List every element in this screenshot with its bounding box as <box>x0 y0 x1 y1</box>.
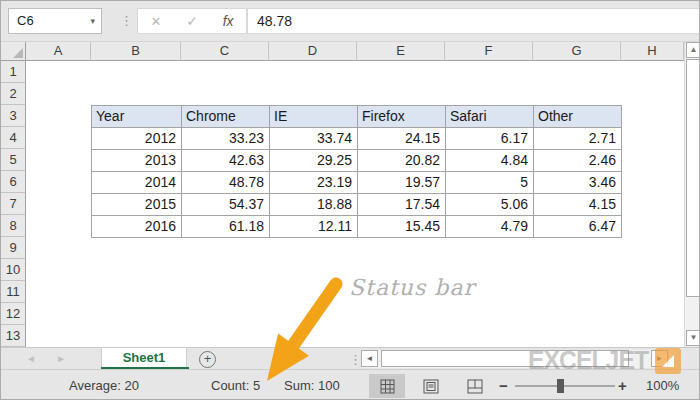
cell-D7[interactable]: 18.88 <box>270 194 358 216</box>
formula-input[interactable]: 48.78 <box>247 8 700 34</box>
cell-F3-header-safari[interactable]: Safari <box>446 106 534 128</box>
cell-D8[interactable]: 12.11 <box>270 216 358 238</box>
annotation-status-bar-label: Status bar <box>349 275 475 300</box>
exceljet-logo-icon <box>655 348 681 374</box>
status-sum: Sum: 100 <box>284 370 340 400</box>
cell-C6[interactable]: 48.78 <box>182 172 270 194</box>
cell-C5[interactable]: 42.63 <box>182 150 270 172</box>
row-header-6[interactable]: 6 <box>1 171 26 193</box>
data-table: YearChromeIEFirefoxSafariOther201233.233… <box>91 105 622 238</box>
column-header-A[interactable]: A <box>26 42 91 61</box>
column-header-F[interactable]: F <box>445 42 533 61</box>
vertical-scrollbar[interactable]: ▲ ▼ <box>684 42 700 347</box>
row-header-1[interactable]: 1 <box>1 61 26 83</box>
column-header-B[interactable]: B <box>91 42 181 61</box>
zoom-out-icon[interactable]: − <box>499 370 508 400</box>
cell-B3-header-year[interactable]: Year <box>92 106 182 128</box>
select-all-triangle-icon <box>13 48 23 58</box>
cell-B6[interactable]: 2014 <box>92 172 182 194</box>
name-box-value: C6 <box>17 13 34 28</box>
cell-F7[interactable]: 5.06 <box>446 194 534 216</box>
cell-F8[interactable]: 4.79 <box>446 216 534 238</box>
cell-G7[interactable]: 4.15 <box>534 194 622 216</box>
cell-G4[interactable]: 2.71 <box>534 128 622 150</box>
cell-F5[interactable]: 4.84 <box>446 150 534 172</box>
tab-sheet1[interactable]: Sheet1 <box>101 348 187 370</box>
cell-B8[interactable]: 2016 <box>92 216 182 238</box>
zoom-slider-track[interactable] <box>515 385 615 387</box>
column-header-E[interactable]: E <box>357 42 445 61</box>
row-header-10[interactable]: 10 <box>1 259 26 281</box>
exceljet-watermark-text: EXCELJET <box>528 345 648 376</box>
vertical-scrollbar-thumb[interactable] <box>686 59 700 297</box>
row-header-3[interactable]: 3 <box>1 105 26 127</box>
cell-D6[interactable]: 23.19 <box>270 172 358 194</box>
add-sheet-button[interactable]: + <box>199 351 216 368</box>
cell-G3-header-other[interactable]: Other <box>534 106 622 128</box>
column-header-D[interactable]: D <box>269 42 357 61</box>
cell-E6[interactable]: 19.57 <box>358 172 446 194</box>
insert-function-icon[interactable]: fx <box>223 13 234 29</box>
row-header-13[interactable]: 13 <box>1 325 26 347</box>
cell-G5[interactable]: 2.46 <box>534 150 622 172</box>
row-headers: 12345678910111213 <box>1 61 26 347</box>
status-average: Average: 20 <box>69 370 139 400</box>
column-header-H[interactable]: H <box>621 42 684 61</box>
name-box-dropdown-icon[interactable]: ▾ <box>90 9 95 33</box>
cell-G8[interactable]: 6.47 <box>534 216 622 238</box>
tab-sheet1-label: Sheet1 <box>123 350 166 365</box>
row-header-9[interactable]: 9 <box>1 237 26 259</box>
cell-B4[interactable]: 2012 <box>92 128 182 150</box>
cell-E7[interactable]: 17.54 <box>358 194 446 216</box>
view-page-layout-button[interactable] <box>415 374 447 398</box>
row-header-7[interactable]: 7 <box>1 193 26 215</box>
exceljet-watermark: EXCELJET <box>528 345 681 376</box>
cell-F4[interactable]: 6.17 <box>446 128 534 150</box>
enter-icon[interactable]: ✓ <box>186 13 198 29</box>
cell-G6[interactable]: 3.46 <box>534 172 622 194</box>
formula-bar-buttons: ✕ ✓ fx <box>137 8 247 34</box>
cell-E8[interactable]: 15.45 <box>358 216 446 238</box>
row-header-11[interactable]: 11 <box>1 281 26 303</box>
cell-D4[interactable]: 33.74 <box>270 128 358 150</box>
cell-D5[interactable]: 29.25 <box>270 150 358 172</box>
cell-D3-header-ie[interactable]: IE <box>270 106 358 128</box>
scroll-up-icon[interactable]: ▲ <box>686 42 700 58</box>
cell-B5[interactable]: 2013 <box>92 150 182 172</box>
cell-F6[interactable]: 5 <box>446 172 534 194</box>
name-box[interactable]: C6 ▾ <box>8 8 102 34</box>
formula-bar-row: C6 ▾ ⋮ ✕ ✓ fx 48.78 <box>1 1 700 42</box>
page-layout-icon <box>423 379 439 394</box>
select-all-button[interactable] <box>1 42 26 61</box>
row-header-4[interactable]: 4 <box>1 127 26 149</box>
row-header-8[interactable]: 8 <box>1 215 26 237</box>
row-header-12[interactable]: 12 <box>1 303 26 325</box>
cell-C3-header-chrome[interactable]: Chrome <box>182 106 270 128</box>
tab-nav-left-icon[interactable]: ◄ <box>26 353 36 364</box>
cell-E3-header-firefox[interactable]: Firefox <box>358 106 446 128</box>
cancel-icon[interactable]: ✕ <box>150 14 161 29</box>
cell-B7[interactable]: 2015 <box>92 194 182 216</box>
cell-E4[interactable]: 24.15 <box>358 128 446 150</box>
scroll-down-icon[interactable]: ▼ <box>686 330 700 346</box>
cell-C4[interactable]: 33.23 <box>182 128 270 150</box>
normal-view-grid-icon <box>380 379 395 394</box>
scroll-left-icon[interactable]: ◄ <box>361 350 378 367</box>
page-break-preview-icon <box>467 379 483 394</box>
row-header-5[interactable]: 5 <box>1 149 26 171</box>
excel-window: C6 ▾ ⋮ ✕ ✓ fx 48.78 ABCDEFGH 12345678910… <box>0 0 700 400</box>
column-headers: ABCDEFGH <box>1 42 684 61</box>
view-normal-button[interactable] <box>369 374 405 398</box>
cell-E5[interactable]: 20.82 <box>358 150 446 172</box>
cell-C8[interactable]: 61.18 <box>182 216 270 238</box>
status-count: Count: 5 <box>211 370 260 400</box>
column-header-C[interactable]: C <box>181 42 269 61</box>
cell-C7[interactable]: 54.37 <box>182 194 270 216</box>
row-header-2[interactable]: 2 <box>1 83 26 105</box>
column-header-G[interactable]: G <box>533 42 621 61</box>
separator-dots-icon: ⋮ <box>120 13 133 28</box>
tab-nav-right-icon[interactable]: ► <box>56 353 66 364</box>
view-page-break-button[interactable] <box>459 374 491 398</box>
zoom-slider-handle[interactable] <box>557 379 564 393</box>
